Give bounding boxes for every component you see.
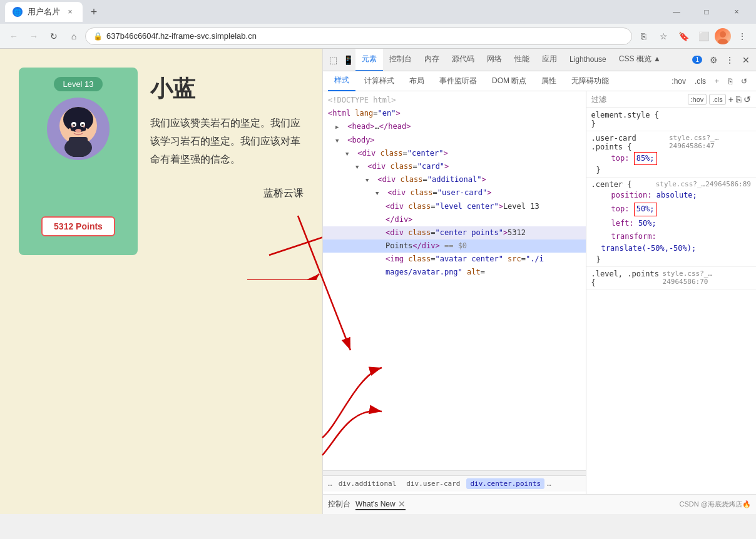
css-rule-close3: } <box>591 255 751 264</box>
toggle-css-btn[interactable]: ↺ <box>743 94 751 104</box>
tab-elements[interactable]: 元素 <box>355 49 383 71</box>
tab-bar: 🌐 用户名片 × + — □ × <box>0 0 756 24</box>
html-scrollbar[interactable] <box>323 470 586 475</box>
css-selector-level-points: .level, .points { <box>591 270 663 287</box>
minimize-btn[interactable]: — <box>662 0 691 24</box>
css-source-points[interactable]: style.css?_…24964586:47 <box>669 134 751 151</box>
css-rule-points: .user-card .points { style.css?_…2496458… <box>586 131 756 178</box>
forward-btn[interactable]: → <box>25 28 43 45</box>
svg-rect-4 <box>69 137 88 149</box>
devtools-actions: 1 ⚙ ⋮ ✕ <box>692 53 753 68</box>
css-prop-top-85: top: 85%; <box>591 151 751 166</box>
css-rule-element-style: element.style { } <box>586 108 756 131</box>
tab-sources[interactable]: 源代码 <box>446 49 481 71</box>
devtools-subtabs: 样式 计算样式 布局 事件监听器 DOM 断点 属性 无障碍功能 :hov .c… <box>323 71 756 91</box>
html-line: <div class="level center">Level 13 <box>323 200 586 213</box>
tab-drawer-btn[interactable]: ⬜ <box>695 28 712 45</box>
breadcrumb-dots2[interactable]: … <box>547 480 551 488</box>
devtools-phone-btn[interactable]: 📱 <box>340 53 355 68</box>
level-badge: Level 13 <box>54 77 102 91</box>
profile-avatar[interactable] <box>715 28 731 44</box>
add-rule-btn[interactable]: + <box>711 76 723 87</box>
css-rule-center: .center { style.css?_…24964586:89 positi… <box>586 178 756 267</box>
html-line: <div class="center points">5312 <box>323 226 586 239</box>
tab-css-overview[interactable]: CSS 概览 ▲ <box>613 49 667 71</box>
filter-cls-btn[interactable]: .cls <box>691 76 710 87</box>
maximize-btn[interactable]: □ <box>692 0 721 24</box>
active-tab[interactable]: 🌐 用户名片 × <box>5 2 83 22</box>
new-tab-btn[interactable]: + <box>85 3 103 21</box>
breadcrumb-dots[interactable]: … <box>328 480 332 488</box>
subtab-layout[interactable]: 布局 <box>403 71 431 91</box>
console-label: 控制台 <box>328 499 350 510</box>
back-btn[interactable]: ← <box>5 28 23 45</box>
filter-pseudo-tag[interactable]: :hov <box>688 94 707 105</box>
html-line: <!DOCTYPE html> <box>323 94 586 107</box>
html-line[interactable]: Points</div> == $0 <box>323 239 586 253</box>
close-btn[interactable]: × <box>722 0 751 24</box>
css-val-top50: 50%; <box>634 203 657 216</box>
console-tab-btn[interactable]: 控制台 <box>328 499 350 510</box>
webpage-preview: Level 13 <box>0 49 322 514</box>
card-info: 小蓝 我们应该赞美岩石的坚定。我们应该学习岩石的坚定。我们应该对革命有着坚强的信… <box>150 68 304 200</box>
home-btn[interactable]: ⌂ <box>65 28 83 45</box>
css-val-top85: 85%; <box>634 152 657 165</box>
filter-pseudo-btn[interactable]: :hov <box>668 76 690 87</box>
settings-icon[interactable]: ⚙ <box>706 53 721 68</box>
css-selector-center: .center { <box>591 180 632 189</box>
html-line: <div class="user-card"> <box>323 186 586 199</box>
tab-lighthouse[interactable]: Lighthouse <box>563 49 613 71</box>
card-desc: 我们应该赞美岩石的坚定。我们应该学习岩石的坚定。我们应该对革命有着坚强的信念。 <box>150 114 304 168</box>
bookmark-star-btn[interactable]: ☆ <box>655 28 672 45</box>
tab-title: 用户名片 <box>28 6 60 18</box>
copy-css-btn[interactable]: ⎘ <box>736 94 741 104</box>
css-panel: element.style { } .user-card .points { s… <box>586 108 756 494</box>
whatsnew-close-btn[interactable]: ✕ <box>398 499 406 509</box>
devtools-tabs: ⬚ 📱 元素 控制台 内存 源代码 网络 性能 应用 Lighthouse CS… <box>323 49 756 71</box>
html-line: <body> <box>323 134 586 147</box>
points-badge: 5312 Points <box>41 216 115 236</box>
html-line: <img class="avatar center" src="./i <box>323 253 586 266</box>
breadcrumb-usercard[interactable]: div.user-card <box>402 478 464 489</box>
tab-close-btn[interactable]: × <box>65 7 75 17</box>
menu-btn[interactable]: ⋮ <box>733 28 751 45</box>
html-line: <div class="card"> <box>323 160 586 173</box>
reload-btn[interactable]: ↻ <box>45 28 63 45</box>
html-line: <div class="center"> <box>323 147 586 160</box>
css-filter-input[interactable] <box>591 95 685 104</box>
copy-styles-btn[interactable]: ⎘ <box>724 76 736 87</box>
tab-application[interactable]: 应用 <box>536 49 563 71</box>
subtab-styles[interactable]: 样式 <box>328 71 355 91</box>
tab-memory[interactable]: 内存 <box>418 49 446 71</box>
html-line: <div class="additional"> <box>323 173 586 186</box>
subtab-dombreakpoints[interactable]: DOM 断点 <box>486 71 533 91</box>
tab-performance[interactable]: 性能 <box>508 49 536 71</box>
html-line: </div> <box>323 213 586 226</box>
subtab-accessibility[interactable]: 无障碍功能 <box>565 71 615 91</box>
tab-console[interactable]: 控制台 <box>383 49 418 71</box>
css-panel-outer: :hov .cls + ⎘ ↺ element.style { } <box>586 91 756 494</box>
whatsnew-tab-btn[interactable]: What's New ✕ <box>355 499 406 510</box>
filter-cls-tag[interactable]: .cls <box>709 94 726 105</box>
html-breadcrumb: … div.additional div.user-card div.cente… <box>323 475 586 491</box>
share-btn[interactable]: ⎘ <box>635 28 652 45</box>
svg-point-5 <box>63 107 93 132</box>
subtab-computed[interactable]: 计算样式 <box>358 71 401 91</box>
css-source-level-points[interactable]: style.css?_…24964586:70 <box>663 270 751 287</box>
breadcrumb-additional[interactable]: div.additional <box>335 478 401 489</box>
more-icon[interactable]: ⋮ <box>722 53 737 68</box>
add-css-btn[interactable]: + <box>728 94 733 104</box>
breadcrumb-centerpoints[interactable]: div.center.points <box>466 478 544 489</box>
devtools-close-icon[interactable]: ✕ <box>738 53 753 68</box>
subtab-eventlisteners[interactable]: 事件监听器 <box>433 71 483 91</box>
devtools-cursor-btn[interactable]: ⬚ <box>325 53 340 68</box>
bookmark-btn[interactable]: 🔖 <box>675 28 692 45</box>
devtools-main-content: <!DOCTYPE html> <html lang="en"> <head>…… <box>323 91 756 494</box>
address-bar[interactable]: 🔒 637b46c6604f.hz-iframe-svc.simplelab.c… <box>85 28 632 45</box>
refresh-styles-btn[interactable]: ↺ <box>737 76 751 87</box>
css-source-center[interactable]: style.css?_…24964586:89 <box>656 180 751 189</box>
tab-network[interactable]: 网络 <box>481 49 508 71</box>
main-area: Level 13 <box>0 49 756 514</box>
tab-favicon: 🌐 <box>13 7 23 17</box>
subtab-properties[interactable]: 属性 <box>535 71 563 91</box>
